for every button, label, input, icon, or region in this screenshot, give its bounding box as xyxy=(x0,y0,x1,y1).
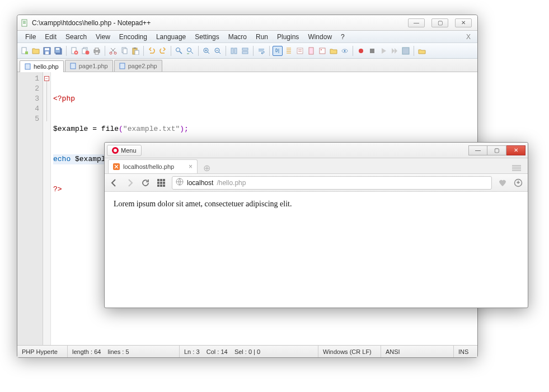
show-all-chars-icon[interactable] xyxy=(273,46,283,56)
forward-button[interactable] xyxy=(125,178,135,188)
svg-rect-20 xyxy=(123,49,127,54)
opera-menu-button[interactable]: Menu xyxy=(107,145,142,156)
save-macro-icon[interactable] xyxy=(401,46,411,56)
wordwrap-icon[interactable] xyxy=(256,46,266,56)
close-all-icon[interactable] xyxy=(81,46,91,56)
bookmark-heart-icon[interactable] xyxy=(498,178,508,188)
close-button[interactable]: ✕ xyxy=(455,18,472,27)
file-tab-page2[interactable]: page2.php xyxy=(114,60,162,72)
svg-rect-56 xyxy=(163,185,165,187)
menu-file[interactable]: File xyxy=(21,32,40,42)
menu-run[interactable]: Run xyxy=(251,32,273,42)
site-info-icon[interactable] xyxy=(176,178,184,187)
menu-label: Menu xyxy=(121,147,137,154)
status-lang: PHP Hyperte xyxy=(17,346,68,357)
menu-help[interactable]: ? xyxy=(336,32,349,42)
file-tab-page1[interactable]: page1.php xyxy=(65,60,113,72)
new-file-icon[interactable] xyxy=(20,46,30,56)
menu-plugins[interactable]: Plugins xyxy=(273,32,303,42)
speed-dial-button[interactable] xyxy=(156,178,166,188)
udl-icon[interactable] xyxy=(295,46,305,56)
menu-encoding[interactable]: Encoding xyxy=(115,32,152,42)
svg-rect-54 xyxy=(157,185,159,187)
undo-icon[interactable] xyxy=(147,46,157,56)
close-button[interactable]: ✕ xyxy=(506,145,525,155)
menu-macro[interactable]: Macro xyxy=(224,32,251,42)
save-icon[interactable] xyxy=(42,46,52,56)
zoom-in-icon[interactable] xyxy=(201,46,212,56)
new-tab-button[interactable]: ⊕ xyxy=(201,162,212,173)
page-text: Lorem ipsum dolor sit amet, consectetuer… xyxy=(114,200,292,208)
browser-tabbar: localhost/hello.php × ⊕ xyxy=(105,158,528,174)
funclist-icon[interactable] xyxy=(317,46,327,56)
maximize-button[interactable]: ▢ xyxy=(487,145,506,155)
tab-title: localhost/hello.php xyxy=(123,163,174,170)
minimize-button[interactable]: — xyxy=(468,145,487,155)
status-encoding: ANSI xyxy=(381,346,454,357)
redo-icon[interactable] xyxy=(158,46,168,56)
sync-v-icon[interactable] xyxy=(229,46,239,56)
xampp-icon xyxy=(113,163,120,170)
svg-point-37 xyxy=(344,50,346,51)
menu-view[interactable]: View xyxy=(91,32,115,42)
monitor-icon[interactable] xyxy=(340,46,350,56)
play-multi-icon[interactable] xyxy=(390,46,400,56)
paste-icon[interactable] xyxy=(130,46,140,56)
save-all-icon[interactable] xyxy=(53,46,63,56)
stop-icon[interactable] xyxy=(367,46,377,56)
url-path: /hello.php xyxy=(217,179,246,187)
maximize-button[interactable]: ▢ xyxy=(431,18,448,27)
browser-tab[interactable]: localhost/hello.php × xyxy=(108,159,198,173)
menu-settings[interactable]: Settings xyxy=(190,32,223,42)
replace-icon[interactable] xyxy=(185,46,195,56)
npp-titlebar[interactable]: C:\xampp\htdocs\hello.php - Notepad++ — … xyxy=(17,15,477,31)
svg-rect-45 xyxy=(512,165,521,167)
svg-rect-52 xyxy=(160,182,162,184)
svg-rect-39 xyxy=(370,49,374,53)
file-tab-hello[interactable]: hello.php xyxy=(20,60,64,72)
status-length: length : 64 lines : 5 xyxy=(68,346,180,357)
close-file-icon[interactable] xyxy=(69,46,79,56)
find-icon[interactable] xyxy=(174,46,184,56)
status-position: Ln : 3 Col : 14 Sel : 0 | 0 xyxy=(180,346,318,357)
menu-edit[interactable]: Edit xyxy=(40,32,61,42)
folder-icon[interactable] xyxy=(329,46,339,56)
downloads-icon[interactable] xyxy=(513,178,523,188)
svg-rect-4 xyxy=(45,48,49,50)
indent-guide-icon[interactable] xyxy=(284,46,294,56)
back-button[interactable] xyxy=(109,178,119,188)
address-bar[interactable]: localhost/hello.php xyxy=(172,176,492,190)
docmap-icon[interactable] xyxy=(306,46,316,56)
reload-button[interactable] xyxy=(140,178,151,188)
tab-label: page2.php xyxy=(128,63,157,69)
browser-titlebar[interactable]: Menu — ▢ ✕ xyxy=(105,143,528,158)
page-content: Lorem ipsum dolor sit amet, consectetuer… xyxy=(105,192,528,216)
copy-icon[interactable] xyxy=(119,46,129,56)
open-file-icon[interactable] xyxy=(31,46,41,56)
svg-rect-43 xyxy=(120,63,125,69)
play-icon[interactable] xyxy=(378,46,388,56)
record-icon[interactable] xyxy=(356,46,366,56)
menu-language[interactable]: Language xyxy=(152,32,190,42)
svg-point-24 xyxy=(176,48,180,51)
line-number: 5 xyxy=(17,114,39,124)
npp-app-icon xyxy=(21,19,29,27)
menu-close-x[interactable]: X xyxy=(466,33,474,41)
cut-icon[interactable] xyxy=(108,46,118,56)
print-icon[interactable] xyxy=(92,46,102,56)
file-icon xyxy=(70,63,77,69)
tab-close-icon[interactable]: × xyxy=(189,163,193,171)
tab-label: page1.php xyxy=(79,63,108,69)
zoom-out-icon[interactable] xyxy=(213,46,223,56)
svg-rect-49 xyxy=(160,179,162,181)
menu-window[interactable]: Window xyxy=(303,32,336,42)
panel-toggle-icon[interactable] xyxy=(512,165,524,173)
toolbox-icon[interactable] xyxy=(417,46,427,56)
menu-search[interactable]: Search xyxy=(61,32,91,42)
fold-toggle-icon[interactable]: − xyxy=(44,76,49,81)
sync-h-icon[interactable] xyxy=(240,46,250,56)
line-number: 3 xyxy=(17,94,39,104)
svg-point-13 xyxy=(86,50,90,54)
minimize-button[interactable]: — xyxy=(408,18,425,27)
line-number: 2 xyxy=(17,84,39,94)
